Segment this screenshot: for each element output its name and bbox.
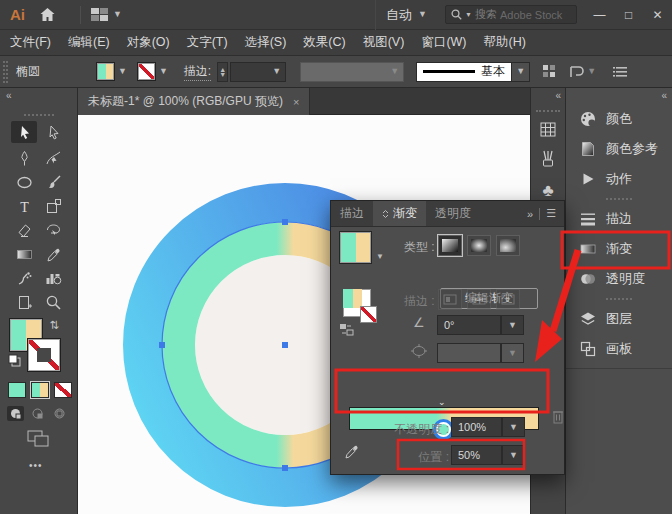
panel-button-transparency[interactable]: 透明度: [566, 264, 672, 294]
stroke-weight-stepper[interactable]: ▲▼: [217, 62, 228, 82]
reverse-gradient-icon[interactable]: [339, 323, 354, 336]
tool-eraser[interactable]: [11, 219, 37, 241]
anchor-left[interactable]: [159, 342, 165, 348]
chevron-down-icon[interactable]: ▼: [118, 67, 127, 76]
tool-scale[interactable]: [40, 195, 66, 217]
menu-object[interactable]: 对象(O): [127, 34, 170, 51]
tab-transparency[interactable]: 透明度: [426, 201, 480, 226]
tool-pen[interactable]: [11, 147, 37, 169]
tool-graph[interactable]: [40, 267, 66, 289]
collapse-dock-button[interactable]: «: [661, 90, 666, 101]
opacity-dropdown-button[interactable]: ▼: [502, 417, 525, 437]
document-tab[interactable]: 未标题-1* @ 100% (RGB/GPU 预览) ×: [78, 88, 310, 115]
type-radial-button[interactable]: [467, 235, 491, 256]
apply-none-button[interactable]: [54, 382, 72, 398]
panel-button-gradient[interactable]: 渐变: [566, 234, 672, 264]
menu-edit[interactable]: 编辑(E): [68, 34, 110, 51]
stroke-proxy-swatch[interactable]: [27, 338, 61, 372]
tool-selection[interactable]: [11, 121, 37, 143]
panel-button-stroke[interactable]: 描边: [566, 204, 672, 234]
apply-gradient-button[interactable]: [31, 382, 49, 398]
menu-help[interactable]: 帮助(H): [484, 34, 526, 51]
tool-curvature[interactable]: [40, 147, 66, 169]
brush-definition-dropdown[interactable]: 基本: [416, 62, 512, 82]
control-panel-menu-button[interactable]: [612, 66, 627, 78]
stroke-color-swatch[interactable]: [137, 62, 156, 81]
tool-eyedropper[interactable]: [40, 243, 66, 265]
panel-button-color-guide[interactable]: 颜色参考: [566, 134, 672, 164]
angle-value-field[interactable]: 0°: [437, 315, 501, 335]
position-value-field[interactable]: 50%: [451, 445, 502, 465]
anchor-center[interactable]: [282, 342, 288, 348]
edit-toolbar-button[interactable]: •••: [29, 460, 43, 471]
tab-close-icon[interactable]: ×: [293, 96, 299, 108]
anchor-bottom[interactable]: [282, 465, 288, 471]
opacity-eyedropper-icon[interactable]: [343, 443, 360, 460]
menu-effect[interactable]: 效果(C): [303, 34, 345, 51]
gradient-fill-swatch[interactable]: [339, 231, 372, 264]
recolor-artwork-button[interactable]: [542, 64, 557, 79]
dock-group-grip[interactable]: [566, 294, 672, 304]
draw-normal-button[interactable]: [7, 406, 24, 421]
collapse-tools-button[interactable]: «: [6, 90, 11, 101]
position-dropdown-button[interactable]: ▼: [502, 445, 525, 465]
apply-color-button[interactable]: [8, 382, 26, 398]
gradient-menu-arrow-icon[interactable]: ▼: [376, 253, 384, 261]
gradient-stroke-swatch[interactable]: [343, 289, 371, 317]
workspace-switcher[interactable]: ▼: [91, 8, 122, 22]
tool-shaper[interactable]: [40, 219, 66, 241]
opacity-value-field[interactable]: 100%: [451, 417, 502, 437]
panel-overflow-icon[interactable]: »: [527, 208, 533, 220]
tab-gradient[interactable]: 渐变: [373, 201, 426, 226]
screen-mode-button[interactable]: [27, 430, 49, 447]
shape-options-button[interactable]: ▼: [569, 65, 596, 79]
dock-grip[interactable]: [536, 110, 560, 114]
panel-menu-icon[interactable]: ☰: [546, 207, 556, 220]
panel-button-artboards[interactable]: 画板: [566, 334, 672, 364]
tab-stroke[interactable]: 描边: [331, 201, 373, 226]
tool-paintbrush[interactable]: [40, 171, 66, 193]
minimize-button[interactable]: —: [585, 0, 614, 30]
stock-search-input[interactable]: ▼ 搜索 Adobe Stock: [445, 5, 577, 24]
tool-ellipse[interactable]: [11, 171, 37, 193]
type-freeform-button[interactable]: [496, 235, 520, 256]
stroke-weight-dropdown[interactable]: ▼: [230, 62, 286, 82]
default-fill-stroke-icon[interactable]: [8, 354, 21, 367]
panel-grip[interactable]: [3, 61, 8, 83]
brush-dropdown-button[interactable]: ▼: [512, 62, 530, 82]
anchor-top[interactable]: [282, 219, 288, 225]
menu-view[interactable]: 视图(V): [363, 34, 405, 51]
menu-type[interactable]: 文字(T): [187, 34, 228, 51]
angle-dropdown-button[interactable]: ▼: [501, 315, 524, 335]
close-button[interactable]: ✕: [643, 0, 672, 30]
libraries-panel-button[interactable]: [539, 120, 557, 138]
tool-gradient[interactable]: [11, 243, 37, 265]
chevron-down-icon[interactable]: ▼: [159, 67, 168, 76]
tool-artboard[interactable]: [11, 291, 37, 313]
type-linear-button[interactable]: [438, 235, 462, 256]
maximize-button[interactable]: □: [614, 0, 643, 30]
tool-type[interactable]: T: [11, 195, 37, 217]
tool-direct-selection[interactable]: [40, 121, 66, 143]
symbols-panel-button[interactable]: ♣: [539, 182, 557, 200]
home-button[interactable]: [39, 7, 56, 22]
draw-behind-button[interactable]: [29, 406, 46, 421]
expand-dock-button[interactable]: «: [555, 90, 560, 101]
panel-button-layers[interactable]: 图层: [566, 304, 672, 334]
panel-button-actions[interactable]: 动作: [566, 164, 672, 194]
tools-grip[interactable]: [24, 114, 54, 118]
menu-select[interactable]: 选择(S): [245, 34, 287, 51]
stroke-weight-label[interactable]: 描边:: [184, 63, 211, 81]
panel-button-color[interactable]: 颜色: [566, 104, 672, 134]
menu-window[interactable]: 窗口(W): [421, 34, 466, 51]
brushes-panel-button[interactable]: [539, 150, 557, 168]
tool-zoom[interactable]: [40, 291, 66, 313]
swap-fill-stroke-icon[interactable]: ⇄: [48, 320, 61, 329]
tool-symbol-sprayer[interactable]: [11, 267, 37, 289]
gradient-midpoint-icon[interactable]: ⌄: [438, 398, 446, 406]
draw-inside-button[interactable]: [51, 406, 68, 421]
dock-group-grip[interactable]: [566, 194, 672, 204]
fill-color-swatch[interactable]: [96, 62, 115, 81]
sync-status-dropdown[interactable]: 自动 ▼: [375, 0, 437, 30]
menu-file[interactable]: 文件(F): [10, 34, 51, 51]
